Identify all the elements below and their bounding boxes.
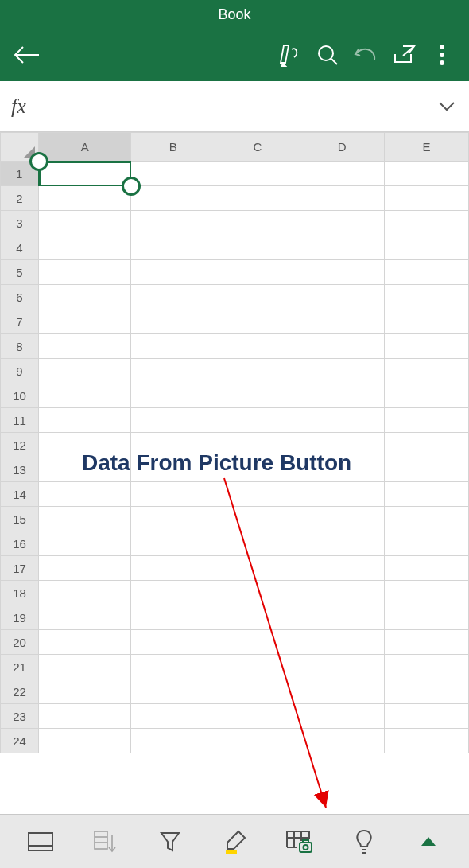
cell[interactable] (39, 507, 131, 531)
cell[interactable] (39, 655, 131, 679)
cell[interactable] (39, 531, 131, 556)
cell[interactable] (384, 729, 468, 753)
cell[interactable] (39, 260, 131, 285)
cell[interactable] (39, 457, 131, 482)
cell[interactable] (384, 457, 468, 482)
cell[interactable] (131, 260, 215, 285)
row-header[interactable]: 14 (1, 482, 39, 507)
row-header[interactable]: 11 (1, 408, 39, 433)
select-all-corner[interactable] (1, 133, 39, 162)
cell[interactable] (215, 211, 300, 235)
cell[interactable] (384, 235, 468, 260)
data-from-picture-button[interactable] (279, 822, 319, 862)
cell[interactable] (215, 457, 300, 482)
spreadsheet-grid[interactable]: A B C D E 123456789101112131415161718192… (0, 132, 469, 814)
cell[interactable] (215, 581, 300, 605)
cell[interactable] (131, 630, 215, 655)
row-header[interactable]: 23 (1, 704, 39, 729)
cell[interactable] (39, 235, 131, 260)
column-header[interactable]: D (300, 133, 384, 162)
cell[interactable] (215, 433, 300, 457)
filter-button[interactable] (150, 822, 190, 862)
cell[interactable] (131, 507, 215, 531)
cell[interactable] (215, 507, 300, 531)
cell[interactable] (215, 309, 300, 334)
cell[interactable] (39, 704, 131, 729)
cell[interactable] (300, 729, 384, 753)
row-header[interactable]: 10 (1, 383, 39, 408)
cell[interactable] (39, 211, 131, 235)
cell[interactable] (300, 581, 384, 605)
cell[interactable] (215, 704, 300, 729)
cell[interactable] (384, 433, 468, 457)
cell[interactable] (39, 581, 131, 605)
cell[interactable] (39, 433, 131, 457)
cell[interactable] (300, 531, 384, 556)
row-header[interactable]: 18 (1, 581, 39, 605)
cell[interactable] (215, 482, 300, 507)
cell[interactable] (300, 260, 384, 285)
cell[interactable] (131, 359, 215, 383)
cell[interactable] (215, 235, 300, 260)
cell[interactable] (384, 704, 468, 729)
cell[interactable] (215, 605, 300, 630)
row-header[interactable]: 16 (1, 531, 39, 556)
cell[interactable] (384, 211, 468, 235)
cell[interactable] (131, 408, 215, 433)
cell[interactable] (300, 507, 384, 531)
cell[interactable] (39, 334, 131, 359)
share-button[interactable] (385, 36, 423, 74)
search-button[interactable] (308, 36, 347, 74)
cell[interactable] (39, 679, 131, 704)
cell[interactable] (131, 383, 215, 408)
row-header[interactable]: 12 (1, 433, 39, 457)
column-header[interactable]: A (39, 133, 131, 162)
row-header[interactable]: 8 (1, 334, 39, 359)
cell[interactable] (131, 679, 215, 704)
cell[interactable] (384, 285, 468, 309)
row-header[interactable]: 4 (1, 235, 39, 260)
cell[interactable] (39, 630, 131, 655)
cell[interactable] (300, 433, 384, 457)
cell[interactable] (215, 408, 300, 433)
column-header[interactable]: B (131, 133, 215, 162)
more-button[interactable] (423, 36, 461, 74)
cell[interactable] (215, 655, 300, 679)
column-header[interactable]: E (384, 133, 468, 162)
row-header[interactable]: 24 (1, 729, 39, 753)
cell[interactable] (215, 285, 300, 309)
row-header[interactable]: 9 (1, 359, 39, 383)
cell[interactable] (300, 704, 384, 729)
row-header[interactable]: 21 (1, 655, 39, 679)
cell[interactable] (300, 679, 384, 704)
cell[interactable] (215, 556, 300, 581)
draw-button[interactable] (270, 36, 308, 74)
formula-input[interactable] (31, 81, 431, 131)
column-header[interactable]: C (215, 133, 300, 162)
cell[interactable] (131, 704, 215, 729)
row-header[interactable]: 7 (1, 309, 39, 334)
row-header[interactable]: 5 (1, 260, 39, 285)
cell[interactable] (39, 359, 131, 383)
cell[interactable] (384, 531, 468, 556)
cell[interactable] (384, 605, 468, 630)
cell[interactable] (300, 211, 384, 235)
cell[interactable] (384, 408, 468, 433)
cell[interactable] (39, 186, 131, 211)
cell[interactable] (300, 605, 384, 630)
cell[interactable] (131, 655, 215, 679)
cell[interactable] (131, 556, 215, 581)
cell[interactable] (215, 383, 300, 408)
cell[interactable] (39, 729, 131, 753)
cell[interactable] (384, 383, 468, 408)
row-header[interactable]: 17 (1, 556, 39, 581)
cell[interactable] (300, 359, 384, 383)
row-header[interactable]: 15 (1, 507, 39, 531)
cell[interactable] (131, 531, 215, 556)
cell[interactable] (384, 186, 468, 211)
row-header[interactable]: 1 (1, 162, 39, 186)
cell[interactable] (300, 186, 384, 211)
cell[interactable] (384, 507, 468, 531)
cell[interactable] (131, 309, 215, 334)
cell[interactable] (300, 309, 384, 334)
